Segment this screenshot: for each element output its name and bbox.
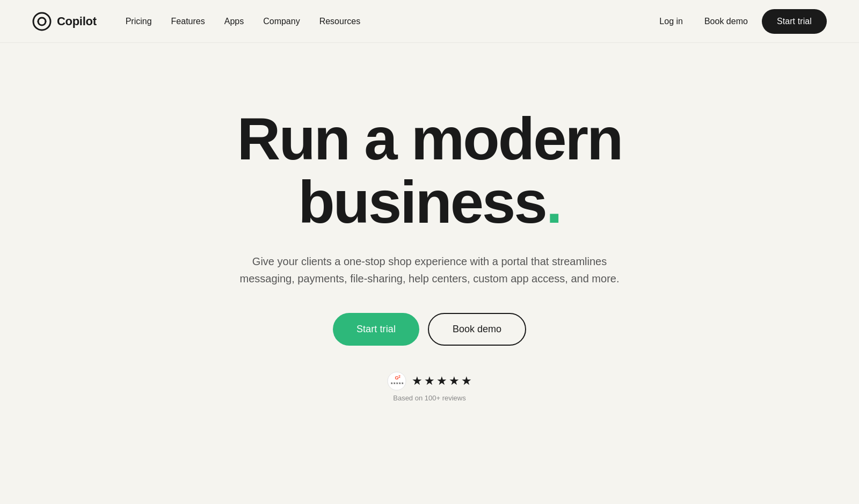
logo-text: Copilot	[57, 14, 97, 28]
nav-left: Copilot Pricing Features Apps Company Re…	[32, 12, 368, 31]
star-1: ★	[412, 374, 423, 388]
logo-icon	[32, 12, 52, 31]
hero-title: Run a modern business.	[237, 107, 622, 233]
nav-link-resources[interactable]: Resources	[312, 12, 368, 31]
ratings-row: G 2 ★★★★★ ★ ★ ★ ★ ★	[387, 371, 472, 391]
book-demo-hero-button[interactable]: Book demo	[428, 313, 526, 346]
hero-title-line2: business	[298, 169, 546, 236]
book-demo-nav-button[interactable]: Book demo	[697, 12, 755, 31]
start-trial-hero-button[interactable]: Start trial	[333, 313, 419, 346]
nav-right: Log in Book demo Start trial	[652, 9, 827, 34]
star-ratings: ★ ★ ★ ★ ★	[412, 374, 472, 388]
login-button[interactable]: Log in	[652, 12, 690, 31]
svg-text:2: 2	[398, 375, 401, 378]
ratings-section: G 2 ★★★★★ ★ ★ ★ ★ ★ Based on 100+ review…	[387, 371, 472, 402]
star-4: ★	[449, 374, 460, 388]
start-trial-nav-button[interactable]: Start trial	[762, 9, 827, 34]
nav-link-features[interactable]: Features	[164, 12, 213, 31]
logo[interactable]: Copilot	[32, 12, 97, 31]
star-5: ★	[461, 374, 472, 388]
nav-links: Pricing Features Apps Company Resources	[118, 12, 368, 31]
g2-badge-icon: G 2 ★★★★★	[387, 371, 406, 391]
ratings-review-text: Based on 100+ reviews	[393, 394, 466, 402]
hero-title-line1: Run a modern	[237, 105, 622, 172]
star-2: ★	[424, 374, 435, 388]
star-3: ★	[436, 374, 447, 388]
nav-link-company[interactable]: Company	[256, 12, 307, 31]
nav-link-apps[interactable]: Apps	[217, 12, 251, 31]
svg-text:★★★★★: ★★★★★	[390, 382, 404, 385]
navbar: Copilot Pricing Features Apps Company Re…	[0, 0, 859, 43]
nav-link-pricing[interactable]: Pricing	[118, 12, 159, 31]
hero-buttons: Start trial Book demo	[333, 313, 526, 346]
hero-title-dot: .	[546, 169, 561, 236]
hero-section: Run a modern business. Give your clients…	[0, 43, 859, 434]
hero-subtitle: Give your clients a one-stop shop experi…	[225, 253, 634, 287]
svg-point-0	[33, 13, 50, 30]
